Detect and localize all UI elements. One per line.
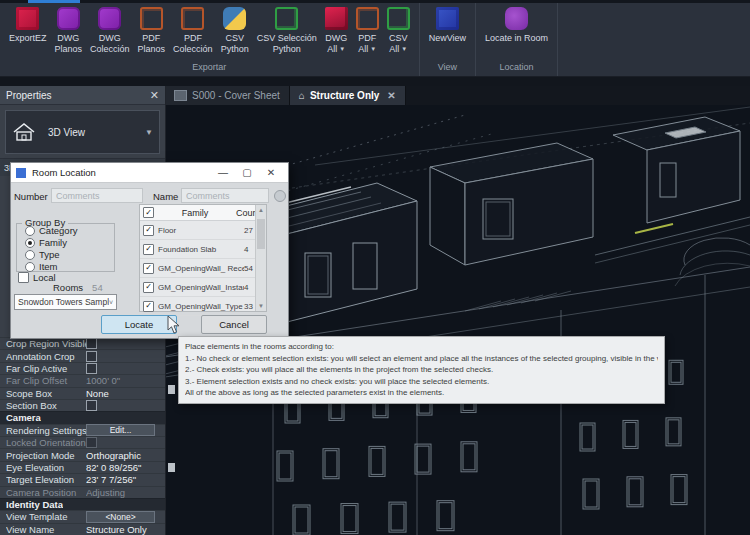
row-checkbox[interactable]: ✓: [143, 225, 154, 236]
property-row-scope-box[interactable]: Scope BoxNone: [0, 387, 165, 399]
property-row-camera-position[interactable]: Camera PositionAdjusting: [0, 486, 165, 498]
property-row-locked-orientation[interactable]: Locked Orientation: [0, 436, 165, 448]
ribbon-button-pdf-planos[interactable]: PDFPlanos: [134, 6, 170, 61]
property-label: Rendering Settings: [6, 425, 86, 436]
ribbon-button-label: PDFAll▼: [358, 33, 376, 55]
ribbon-button-csv-python[interactable]: CSVPython: [217, 6, 253, 61]
property-value[interactable]: None: [86, 388, 165, 399]
table-row[interactable]: ✓GM_OpeningWall_ Reces54: [140, 259, 266, 278]
ribbon-group-view: NewViewView: [420, 3, 476, 76]
select-all-checkbox[interactable]: ✓: [143, 207, 154, 218]
local-checkbox-row[interactable]: Local: [18, 272, 56, 283]
python-icon: [223, 7, 246, 30]
property-row-camera: Camera: [0, 411, 165, 423]
row-checkbox[interactable]: ✓: [143, 282, 154, 293]
locate-icon: [505, 7, 528, 30]
scrollbar-thumb[interactable]: [257, 219, 265, 249]
property-row-target-elevation[interactable]: Target Elevation23' 7 7/256": [0, 473, 165, 485]
property-row-projection-mode[interactable]: Projection ModeOrthographic: [0, 448, 165, 460]
family-cell: GM_OpeningWall_ Reces: [158, 264, 244, 273]
property-value[interactable]: Structure Only: [86, 524, 165, 535]
name-input[interactable]: [181, 188, 269, 203]
family-column-header[interactable]: Family: [154, 208, 236, 218]
tab-cover-sheet[interactable]: S000 - Cover Sheet: [165, 86, 290, 105]
row-checkbox[interactable]: ✓: [143, 263, 154, 274]
property-checkbox[interactable]: [86, 437, 97, 448]
property-row-view-template[interactable]: View Template<None>: [0, 510, 165, 522]
row-checkbox[interactable]: ✓: [143, 301, 154, 312]
sheet-icon: [174, 90, 187, 101]
locate-button[interactable]: Locate: [101, 315, 177, 334]
property-row-view-name[interactable]: View NameStructure Only: [0, 523, 165, 535]
property-row-far-clip-active[interactable]: Far Clip Active: [0, 362, 165, 374]
scroll-down-icon[interactable]: ▼: [256, 301, 266, 311]
dialog-titlebar[interactable]: Room Location — ▢ ✕: [11, 163, 288, 183]
ribbon-button-locate-in-room[interactable]: Locate in Room: [481, 6, 552, 61]
property-row-section-box[interactable]: Section Box: [0, 399, 165, 411]
exportez-icon: [16, 7, 39, 30]
properties-header: Properties ✕: [0, 86, 165, 105]
property-value[interactable]: Adjusting: [86, 487, 165, 498]
property-row-eye-elevation[interactable]: Eye Elevation82' 0 89/256": [0, 461, 165, 473]
ribbon-button-exportez[interactable]: ExportEZ: [5, 6, 51, 61]
table-row[interactable]: ✓Floor27: [140, 221, 266, 240]
table-body: ✓Floor27✓Foundation Slab4✓GM_OpeningWall…: [140, 221, 266, 316]
row-checkbox[interactable]: ✓: [143, 244, 154, 255]
selector-label: 3D View: [48, 127, 145, 138]
property-checkbox[interactable]: [86, 338, 97, 349]
property-checkbox[interactable]: [86, 400, 97, 411]
mouse-cursor: [167, 315, 181, 335]
ribbon-button-label: CSV SelecciónPython: [257, 33, 317, 55]
table-row[interactable]: ✓Foundation Slab4: [140, 240, 266, 259]
local-checkbox[interactable]: [18, 272, 29, 283]
radio-option-item[interactable]: Item: [25, 261, 114, 272]
property-checkbox[interactable]: [86, 363, 97, 374]
ribbon-button-dwg-planos[interactable]: DWGPlanos: [51, 6, 87, 61]
close-icon[interactable]: ✕: [387, 90, 395, 101]
radio-icon[interactable]: [25, 250, 35, 260]
source-dropdown-value: Snowdon Towers Sample: [18, 297, 109, 307]
ribbon-button-dwg-colecci-n[interactable]: DWGColección: [86, 6, 134, 61]
radio-icon[interactable]: [25, 226, 35, 236]
type-selector[interactable]: 3D View ▼: [5, 110, 160, 154]
property-label: Eye Elevation: [6, 462, 86, 473]
property-value[interactable]: 1000' 0": [86, 375, 165, 386]
scroll-up-icon[interactable]: ▲: [256, 205, 266, 215]
ribbon-button-pdf-all[interactable]: PDFAll▼: [352, 6, 383, 61]
ribbon-button-csv-selecci-n-python[interactable]: CSV SelecciónPython: [253, 6, 321, 61]
table-scrollbar[interactable]: ▲ ▼: [255, 205, 266, 311]
number-input[interactable]: [51, 188, 143, 203]
property-value[interactable]: Orthographic: [86, 450, 165, 461]
family-cell: Floor: [158, 226, 244, 235]
property-button-edit[interactable]: Edit...: [86, 424, 155, 436]
close-icon[interactable]: ✕: [259, 163, 283, 182]
close-icon[interactable]: ✕: [150, 89, 159, 102]
tab-label: Structure Only: [310, 90, 379, 101]
property-button-none[interactable]: <None>: [86, 511, 155, 523]
chevron-down-icon[interactable]: ▼: [145, 128, 153, 137]
table-row[interactable]: ✓GM_OpeningWall_Type33: [140, 297, 266, 316]
tab-structure-only[interactable]: ⌂ Structure Only ✕: [290, 86, 406, 105]
dwg-icon: [57, 7, 80, 30]
radio-option-family[interactable]: Family: [25, 237, 114, 248]
ribbon-button-newview[interactable]: NewView: [425, 6, 470, 61]
source-dropdown[interactable]: Snowdon Towers Sample ˅: [14, 294, 117, 310]
ribbon-button-label: CSVPython: [221, 33, 249, 55]
cancel-button[interactable]: Cancel: [201, 315, 267, 334]
ribbon-button-pdf-colecci-n[interactable]: PDFColección: [169, 6, 217, 61]
radio-icon[interactable]: [25, 262, 35, 272]
radio-icon[interactable]: [25, 238, 35, 248]
property-value[interactable]: 82' 0 89/256": [86, 462, 165, 473]
property-row-annotation-crop[interactable]: Annotation Crop: [0, 349, 165, 361]
table-row[interactable]: ✓GM_OpeningWall_Instan4: [140, 278, 266, 297]
minimize-icon[interactable]: —: [211, 163, 235, 182]
property-checkbox[interactable]: [86, 351, 97, 362]
ribbon-button-dwg-all[interactable]: DWGAll▼: [321, 6, 352, 61]
radio-option-type[interactable]: Type: [25, 249, 114, 260]
property-row-rendering-settings[interactable]: Rendering SettingsEdit...: [0, 424, 165, 436]
ribbon-button-csv-all[interactable]: CSVAll▼: [383, 6, 414, 61]
ribbon-group-exportar: ExportEZDWGPlanosDWGColecciónPDFPlanosPD…: [0, 3, 420, 76]
maximize-icon[interactable]: ▢: [235, 163, 259, 182]
property-row-far-clip-offset[interactable]: Far Clip Offset1000' 0": [0, 374, 165, 386]
property-value[interactable]: 23' 7 7/256": [86, 474, 165, 485]
